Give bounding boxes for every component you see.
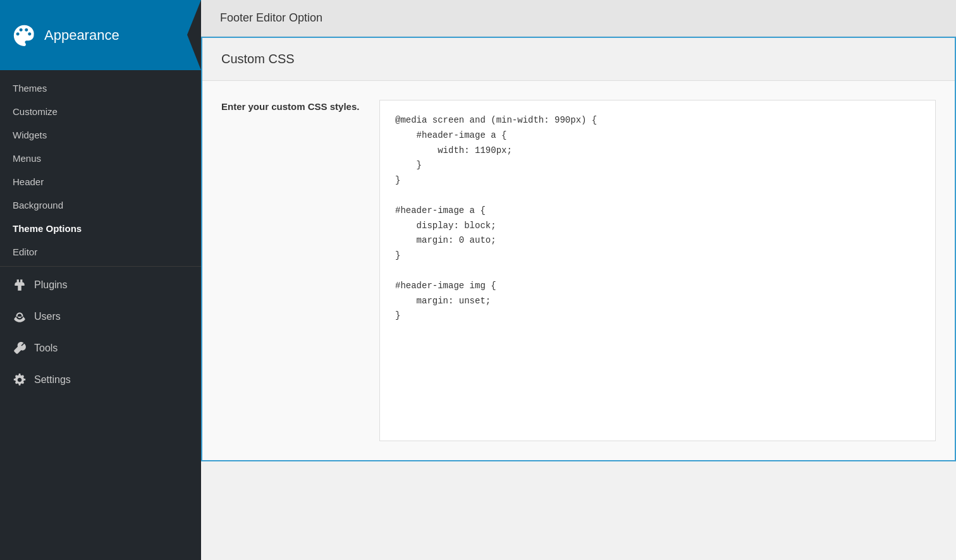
sidebar-item-tools[interactable]: Tools (0, 332, 201, 364)
settings-icon (13, 373, 27, 387)
sidebar-item-settings[interactable]: Settings (0, 364, 201, 396)
sidebar-nav: Themes Customize Widgets Menus Header Ba… (0, 70, 201, 560)
users-icon (13, 310, 27, 324)
sidebar-item-widgets[interactable]: Widgets (0, 123, 201, 147)
footer-editor-header: Footer Editor Option (201, 0, 956, 37)
sidebar-item-themes[interactable]: Themes (0, 76, 201, 100)
sidebar-item-customize[interactable]: Customize (0, 100, 201, 123)
custom-css-header: Custom CSS (202, 38, 955, 81)
sidebar-item-plugins[interactable]: Plugins (0, 269, 201, 301)
tools-label: Tools (34, 343, 58, 354)
sidebar-item-header[interactable]: Header (0, 170, 201, 193)
sidebar-item-users[interactable]: Users (0, 301, 201, 332)
main-content: Footer Editor Option Custom CSS Enter yo… (201, 0, 956, 560)
sidebar-header: Appearance (0, 0, 201, 70)
sidebar-title: Appearance (44, 27, 120, 44)
custom-css-section: Custom CSS Enter your custom CSS styles.… (201, 37, 956, 461)
users-label: Users (34, 311, 61, 322)
custom-css-editor[interactable]: @media screen and (min-width: 990px) { #… (379, 100, 936, 441)
sidebar: Appearance Themes Customize Widgets Menu… (0, 0, 201, 560)
custom-css-body: Enter your custom CSS styles. @media scr… (202, 81, 955, 460)
plugins-label: Plugins (34, 279, 67, 291)
sidebar-item-background[interactable]: Background (0, 193, 201, 217)
custom-css-label: Enter your custom CSS styles. (221, 100, 360, 441)
sidebar-item-theme-options[interactable]: Theme Options (0, 217, 201, 240)
tools-icon (13, 341, 27, 355)
appearance-icon (13, 24, 35, 47)
sidebar-item-editor[interactable]: Editor (0, 240, 201, 264)
settings-label: Settings (34, 374, 71, 386)
sidebar-divider (0, 266, 201, 267)
plugins-icon (13, 278, 27, 292)
sidebar-item-menus[interactable]: Menus (0, 147, 201, 170)
